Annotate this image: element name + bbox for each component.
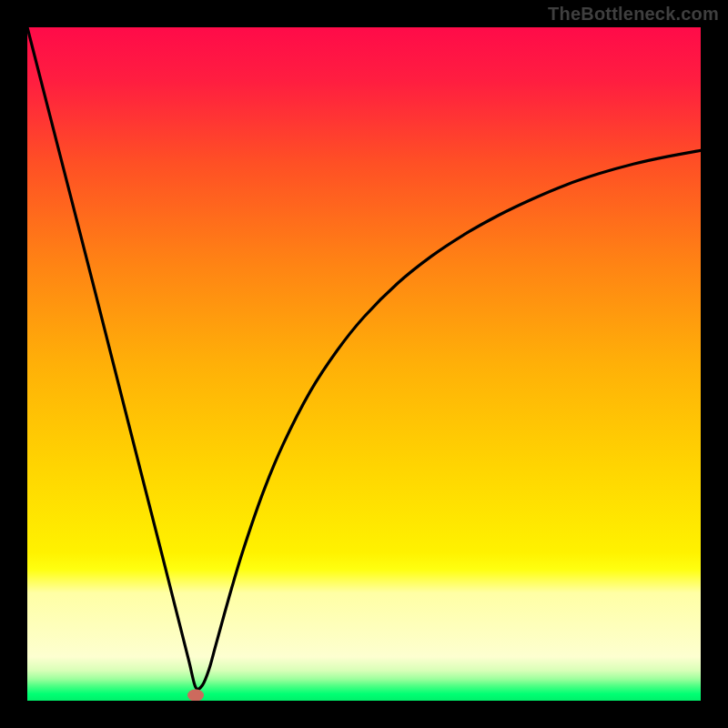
- chart-frame: TheBottleneck.com: [0, 0, 728, 728]
- watermark-text: TheBottleneck.com: [548, 4, 719, 25]
- optimal-point-marker: [187, 690, 204, 701]
- bottleneck-curve: [27, 27, 701, 701]
- plot-area: [27, 27, 701, 701]
